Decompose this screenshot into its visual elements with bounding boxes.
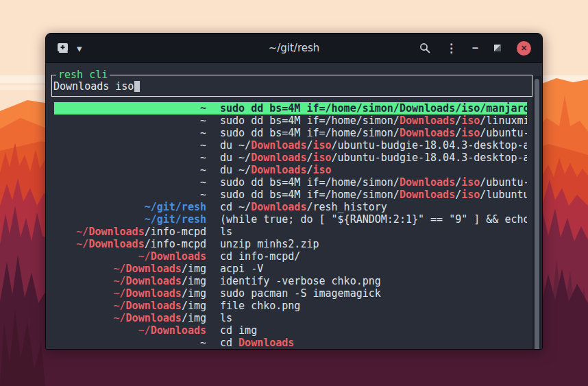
column-gap — [206, 164, 220, 176]
column-gap — [206, 263, 220, 275]
column-gap — [206, 201, 220, 213]
history-row[interactable]: ~/git/resh(while true; do [ "${RANDOM:2:… — [54, 213, 527, 226]
history-row-command: cd Downloads — [220, 337, 294, 349]
resh-search-box[interactable]: resh cli Downloads iso — [51, 75, 532, 97]
column-gap — [206, 275, 220, 287]
history-row-path: ~/Downloads/info-mcpd — [54, 238, 206, 250]
history-row[interactable]: ~/Downloadscd img — [54, 324, 527, 337]
history-row-command: sudo dd bs=4M if=/home/simon/Downloads/i… — [220, 114, 527, 127]
history-row-path: ~/Downloads/img — [54, 263, 206, 275]
column-gap — [206, 114, 220, 127]
history-row-command: sudo dd bs=4M if=/home/simon/Downloads/i… — [220, 176, 527, 189]
history-row-path: ~/git/resh — [54, 213, 206, 226]
close-icon: ✕ — [521, 44, 527, 53]
history-row-command: sudo dd bs=4M if=/home/simon/Downloads/i… — [220, 127, 527, 139]
history-row[interactable]: ~/Downloadscd info-mcpd/ — [54, 250, 527, 263]
history-row-path: ~/Downloads/img — [54, 312, 206, 324]
column-gap — [206, 226, 220, 238]
history-row-path: ~ — [54, 114, 206, 127]
history-row-path: ~ — [54, 189, 206, 201]
history-row[interactable]: ~sudo dd bs=4M if=/home/simon/Downloads/… — [54, 189, 527, 201]
text-cursor — [134, 81, 140, 92]
history-row-command: du ~/Downloads/iso/ubuntu-budgie-18.04.3… — [220, 139, 527, 152]
history-row-command: du ~/Downloads/iso — [220, 164, 332, 176]
terminal-content[interactable]: resh cli Downloads iso ~sudo dd bs=4M if… — [46, 75, 542, 350]
history-row-selected[interactable]: ~sudo dd bs=4M if=/home/simon/Downloads/… — [54, 102, 527, 114]
history-row-command: cd ~/Downloads/resh_history — [220, 201, 387, 213]
history-row-path: ~/git/resh — [54, 201, 206, 213]
terminal-window: ▾ ~/git/resh ⋮ – — [45, 33, 543, 350]
history-row-command: du ~/Downloads/iso/ubuntu-budgie-18.04.3… — [220, 152, 527, 164]
new-tab-button[interactable] — [57, 43, 70, 53]
history-row[interactable]: ~/Downloads/imgls — [54, 312, 527, 324]
history-row[interactable]: ~/Downloads/imgidentify -verbose chko.pn… — [54, 275, 527, 287]
history-row-command: (while true; do [ "${RANDOM:2:1}" == "9"… — [220, 213, 527, 226]
history-row-command: unzip minhs2.zip — [220, 238, 319, 250]
chevron-down-icon: ▾ — [77, 43, 82, 53]
kebab-menu-icon: ⋮ — [445, 43, 457, 54]
column-gap — [206, 139, 220, 152]
column-gap — [206, 312, 220, 324]
restore-icon — [493, 44, 502, 52]
history-row-path: ~ — [54, 176, 206, 189]
search-query-text: Downloads iso — [53, 80, 134, 93]
minimize-icon: – — [472, 43, 478, 53]
history-row-path: ~/Downloads — [54, 250, 206, 263]
column-gap — [206, 300, 220, 312]
column-gap — [206, 287, 220, 300]
history-row[interactable]: ~sudo dd bs=4M if=/home/simon/Downloads/… — [54, 127, 527, 139]
history-row-command: cd info-mcpd/ — [220, 250, 300, 263]
column-gap — [206, 189, 220, 201]
column-gap — [206, 213, 220, 226]
history-row[interactable]: ~/Downloads/imgfile chko.png — [54, 300, 527, 312]
history-row-command: ls — [220, 226, 232, 238]
restore-button[interactable] — [493, 44, 502, 52]
history-row-command: ls — [220, 312, 232, 324]
history-row[interactable]: ~/Downloads/imgacpi -V — [54, 263, 527, 275]
scrollbar-track[interactable] — [532, 76, 541, 350]
history-row[interactable]: ~sudo dd bs=4M if=/home/simon/Downloads/… — [54, 176, 527, 189]
history-row-command: file chko.png — [220, 300, 300, 312]
history-row-path: ~ — [54, 102, 206, 114]
close-button[interactable]: ✕ — [517, 41, 531, 56]
history-row-command: sudo pacman -S imagemagick — [220, 287, 381, 300]
column-gap — [206, 250, 220, 263]
history-row-path: ~/Downloads/img — [54, 287, 206, 300]
column-gap — [206, 152, 220, 164]
history-row-path: ~ — [54, 127, 206, 139]
history-row-command: sudo dd bs=4M if=/home/simon/Downloads/i… — [220, 189, 527, 201]
history-row-command: sudo dd bs=4M if=/home/simon/Downloads/i… — [220, 102, 527, 114]
column-gap — [206, 176, 220, 189]
history-row[interactable]: ~sudo dd bs=4M if=/home/simon/Downloads/… — [54, 114, 527, 127]
column-gap — [206, 324, 220, 337]
column-gap — [206, 102, 220, 114]
search-box-label: resh cli — [56, 69, 110, 81]
search-icon — [419, 43, 430, 53]
new-tab-icon — [57, 43, 70, 53]
history-row[interactable]: ~/Downloads/info-mcpdunzip minhs2.zip — [54, 238, 527, 250]
column-gap — [206, 337, 220, 349]
history-row-command: acpi -V — [220, 263, 263, 275]
history-row[interactable]: ~cd Downloads — [54, 337, 527, 349]
history-row-path: ~/Downloads — [54, 324, 206, 337]
history-row-command: cd img — [220, 324, 257, 337]
history-row-path: ~/Downloads/img — [54, 275, 206, 287]
history-row[interactable]: ~du ~/Downloads/iso — [54, 164, 527, 176]
history-list: ~sudo dd bs=4M if=/home/simon/Downloads/… — [54, 102, 527, 349]
scrollbar-thumb[interactable] — [535, 79, 539, 350]
history-row[interactable]: ~/Downloads/imgsudo pacman -S imagemagic… — [54, 287, 527, 300]
search-button[interactable] — [419, 43, 430, 53]
history-row-command: identify -verbose chko.png — [220, 275, 381, 287]
history-row-path: ~ — [54, 139, 206, 152]
history-row[interactable]: ~/git/reshcd ~/Downloads/resh_history — [54, 201, 527, 213]
history-row[interactable]: ~/Downloads/info-mcpdls — [54, 226, 527, 238]
tab-dropdown-button[interactable]: ▾ — [77, 43, 82, 53]
search-input[interactable]: Downloads iso — [52, 75, 532, 93]
history-row-path: ~ — [54, 152, 206, 164]
column-gap — [206, 238, 220, 250]
menu-button[interactable]: ⋮ — [445, 43, 457, 54]
titlebar[interactable]: ▾ ~/git/resh ⋮ – — [46, 34, 542, 63]
minimize-button[interactable]: – — [472, 43, 478, 53]
history-row[interactable]: ~du ~/Downloads/iso/ubuntu-budgie-18.04.… — [54, 139, 527, 152]
history-row[interactable]: ~du ~/Downloads/iso/ubuntu-budgie-18.04.… — [54, 152, 527, 164]
